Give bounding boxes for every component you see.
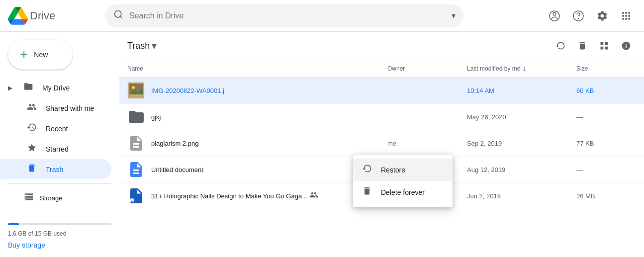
file-list-container: IMG-20200822-WA0001.j 10:14 AM 60 KB gjk…	[119, 78, 644, 257]
storage-icon	[24, 192, 34, 204]
grid-view-button[interactable]	[594, 36, 614, 56]
header: Drive ▾	[0, 0, 644, 32]
sidebar-item-shared[interactable]: Shared with me	[0, 98, 111, 118]
file-modified: May 26, 2020	[467, 113, 576, 121]
file-name: 31+ Holographic Nails Design to Make You…	[151, 190, 387, 201]
toolbar-actions	[551, 36, 636, 56]
sidebar-divider	[8, 183, 111, 184]
file-size: 77 KB	[576, 140, 636, 147]
toolbar-title-text: Trash	[127, 41, 150, 51]
context-menu: Restore Delete forever	[353, 155, 453, 207]
png-file-icon	[127, 134, 145, 152]
file-size: —	[576, 166, 636, 173]
sidebar-item-trash[interactable]: Trash	[0, 159, 111, 179]
search-chevron-icon[interactable]: ▾	[452, 11, 456, 20]
svg-point-9	[132, 86, 135, 89]
table-row[interactable]: gjkj May 26, 2020 —	[119, 104, 644, 130]
svg-line-1	[120, 16, 122, 18]
file-name: plagiarism 2.png	[151, 140, 387, 147]
app-container: Drive ▾	[0, 0, 644, 257]
new-plus-icon: +	[20, 48, 28, 62]
restore-all-button[interactable]	[551, 36, 570, 56]
word-file-icon: W	[127, 187, 145, 205]
header-owner: Owner	[387, 65, 467, 72]
search-icon	[113, 9, 123, 22]
sidebar-item-starred-label: Starred	[46, 145, 69, 153]
svg-text:W: W	[130, 197, 135, 203]
storage-fill	[8, 223, 19, 225]
apps-button[interactable]	[616, 6, 636, 26]
file-size: 60 KB	[576, 87, 636, 94]
table-row[interactable]: plagiarism 2.png me Sep 2, 2019 77 KB	[119, 130, 644, 157]
file-name: IMG-20200822-WA0001.j	[151, 87, 387, 94]
svg-point-3	[553, 12, 556, 15]
toolbar-title: Trash ▾	[127, 40, 157, 52]
header-size: Size	[576, 65, 636, 72]
sidebar-item-my-drive-label: My Drive	[42, 84, 70, 92]
main-layout: + New ▶ My Drive Shared	[0, 32, 644, 257]
storage-used-text: 1.6 GB of 15 GB used	[8, 230, 66, 237]
svg-point-5	[578, 18, 579, 18]
delete-forever-label: Delete forever	[381, 188, 425, 196]
file-modified: Jun 2, 2019	[467, 192, 576, 200]
help-button[interactable]	[568, 6, 588, 26]
search-bar[interactable]: ▾	[105, 4, 463, 27]
file-size: 26 MB	[576, 192, 636, 200]
storage-bar	[8, 223, 111, 225]
delete-forever-icon	[361, 186, 373, 198]
settings-button[interactable]	[592, 6, 612, 26]
restore-label: Restore	[381, 166, 405, 174]
sidebar: + New ▶ My Drive Shared	[0, 32, 119, 257]
recent-icon	[26, 122, 38, 135]
sidebar-item-trash-label: Trash	[46, 166, 63, 173]
storage-label: Storage	[40, 194, 63, 202]
content-toolbar: Trash ▾	[119, 32, 644, 60]
table-row[interactable]: IMG-20200822-WA0001.j 10:14 AM 60 KB	[119, 78, 644, 104]
sidebar-item-recent[interactable]: Recent	[0, 118, 111, 139]
shared-with-me-icon	[26, 102, 38, 114]
header-modified: Last modified by me ↓	[467, 64, 576, 73]
account-circle-button[interactable]	[545, 6, 564, 26]
file-owner: me	[387, 140, 467, 147]
my-drive-icon	[22, 82, 34, 94]
sidebar-item-recent-label: Recent	[46, 125, 68, 133]
toolbar-dropdown-icon[interactable]: ▾	[152, 40, 157, 52]
delete-forever-menu-item[interactable]: Delete forever	[353, 181, 453, 203]
file-name: Untitled document	[151, 166, 387, 173]
info-button[interactable]	[616, 36, 636, 56]
content-area: Trash ▾	[119, 32, 644, 257]
search-input[interactable]	[129, 11, 446, 20]
header-name: Name	[127, 65, 387, 72]
drive-logo-icon	[8, 6, 28, 26]
logo-area: Drive	[8, 6, 97, 26]
buy-storage-link[interactable]: Buy storage	[8, 241, 111, 249]
new-button-label: New	[34, 51, 48, 59]
new-button[interactable]: + New	[8, 40, 73, 70]
sidebar-item-starred[interactable]: Starred	[0, 139, 111, 159]
svg-point-0	[115, 11, 121, 17]
starred-icon	[26, 143, 38, 155]
file-name: gjkj	[151, 113, 387, 121]
header-actions	[545, 6, 636, 26]
logo-text: Drive	[30, 9, 55, 22]
image-file-icon	[127, 82, 145, 99]
file-size: —	[576, 113, 636, 121]
folder-icon	[127, 108, 145, 126]
doc-file-icon	[127, 161, 145, 178]
file-list-header: Name Owner Last modified by me ↓ Size	[119, 60, 644, 78]
sidebar-item-shared-label: Shared with me	[46, 104, 94, 112]
file-modified: 10:14 AM	[467, 87, 576, 94]
expand-arrow-icon[interactable]: ▶	[8, 85, 12, 91]
trash-icon	[26, 163, 38, 175]
empty-trash-button[interactable]	[572, 36, 592, 56]
sidebar-item-my-drive[interactable]: ▶ My Drive	[0, 78, 111, 98]
restore-menu-item[interactable]: Restore	[353, 159, 453, 181]
file-modified: Aug 12, 2019	[467, 166, 576, 173]
storage-section-header: Storage	[0, 188, 119, 208]
file-modified: Sep 2, 2019	[467, 140, 576, 147]
storage-info: 1.6 GB of 15 GB used Buy storage	[0, 215, 119, 253]
restore-icon	[361, 164, 373, 176]
sort-arrow-icon: ↓	[522, 64, 526, 73]
shared-users-icon	[309, 190, 319, 201]
